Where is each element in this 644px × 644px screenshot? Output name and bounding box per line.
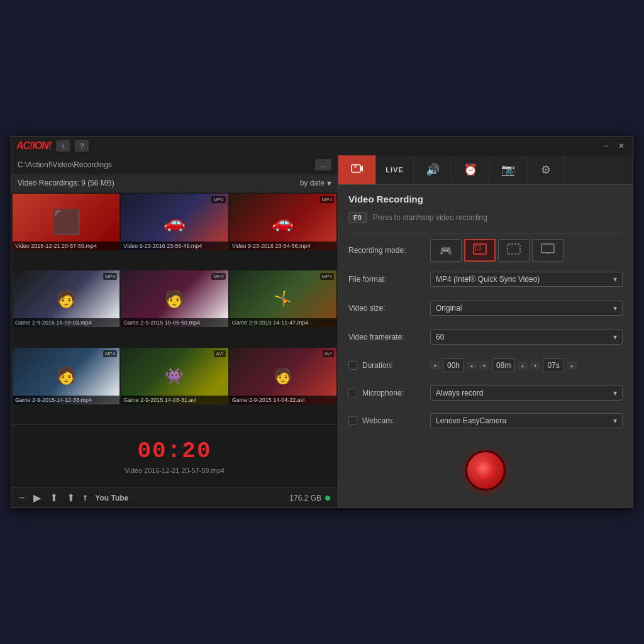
list-item[interactable]: 🧑 AVI Game 2-9-2015 14-04-22.avi [230,348,336,404]
right-panel: LIVE 🔊 ⏰ 📷 ⚙ Video Recording [338,155,633,508]
tab-video[interactable] [338,155,376,184]
video-size-value: Original [436,304,462,313]
video-thumb-icon: ⬛ [52,208,81,236]
duration-control: ▾ 00h ▴ ▾ 08m ▴ [430,358,577,372]
microphone-dropdown[interactable]: Always record ▾ [430,386,623,401]
minus-button[interactable]: − [19,492,25,504]
webcam-checkbox[interactable] [348,416,357,425]
recording-mode-control: 🎮 [430,239,623,262]
video-framerate-value: 60 [436,333,444,341]
gamepad-icon: 🎮 [440,245,452,257]
minutes-up-button[interactable]: ▴ [518,362,528,369]
hours-up-button[interactable]: ▴ [467,362,477,369]
webcam-row: Webcam: Lenovo EasyCamera ▾ [348,410,623,431]
seconds-arrows: ▾ [530,362,540,369]
video-size-dropdown[interactable]: Original ▾ [430,301,623,316]
list-item[interactable]: 🧑 MP4 Game 2-9-2015 15-05-50.mp4 [121,270,228,327]
list-item[interactable]: 🧑 MP4 Game 2-9-2015-14-12-33.mp4 [13,348,119,404]
path-menu-button[interactable]: ... [315,159,331,170]
thumb-label: Game 2-9-2015 14-04-22.avi [230,396,336,404]
thumb-label: Game 2-9-2015 14-08-31.avi [121,396,228,404]
sort-control[interactable]: by date ▾ [300,178,331,188]
tab-settings[interactable]: ⚙ [527,155,565,184]
play-button[interactable]: ▶ [33,492,41,504]
file-format-control: MP4 (Intel® Quick Sync Video) ▾ [430,272,623,287]
video-thumb-icon: 👾 [165,367,184,385]
thumb-label: Game 2-9-2015 15-05-50.mp4 [121,318,228,327]
thumb-badge: AVI [214,350,225,357]
recordings-path: C:\Action!\Video\Recordings [18,160,310,169]
minimize-button[interactable]: − [600,140,613,152]
record-button-area [348,438,623,503]
facebook-button[interactable]: f [84,494,86,502]
storage-indicator-icon [325,496,330,501]
duration-label: Duration: [362,361,430,370]
thumb-badge: MP4 [320,273,334,280]
seconds-down-button[interactable]: ▾ [530,362,540,369]
hotkey-desc: Press to start/stop video recording [373,213,487,222]
list-item[interactable]: 🚗 MP4 Video 9-23-2016 23-56-49.mp4 [121,194,228,250]
duration-row: Duration: ▾ 00h ▴ ▾ [348,355,623,376]
list-item[interactable]: 👾 AVI Game 2-9-2015 14-08-31.avi [121,348,228,404]
tab-live[interactable]: LIVE [376,155,414,184]
upload-button[interactable]: ⬆ [50,492,58,504]
footer-actions: − ▶ ⬆ ⬆ f You Tube [19,492,128,504]
section-title: Video Recording [348,194,623,204]
duration-checkbox[interactable] [348,361,357,370]
video-thumb-icon: 🤸 [274,291,291,307]
close-button[interactable]: ✕ [615,140,628,152]
microphone-row: Microphone: Always record ▾ [348,382,623,404]
minutes-up-arrows: ▴ [518,362,528,369]
duration-hours: 00h [443,358,464,372]
tab-audio[interactable]: 🔊 [414,155,452,184]
dropdown-arrow-icon: ▾ [613,275,617,284]
duration-seconds: 07s [543,358,564,372]
thumb-label: Game 2-9-2015 15-09-03.mp4 [13,318,119,327]
hours-arrows: ▾ [430,362,440,369]
main-content: C:\Action!\Video\Recordings ... Video Re… [11,155,633,508]
screen-icon [473,243,487,257]
right-content: Video Recording F9 Press to start/stop v… [338,185,633,512]
hotkey-row: F9 Press to start/stop video recording [348,212,623,223]
record-button[interactable] [465,450,506,491]
minutes-down-button[interactable]: ▾ [479,362,489,369]
mode-region-button[interactable] [498,239,530,262]
microphone-checkbox[interactable] [348,389,357,397]
youtube-button[interactable]: You Tube [95,494,128,502]
list-item[interactable]: ⬛ Video 2016-12-21 20-57-59.mp4 [13,194,119,250]
webcam-label: Webcam: [362,416,430,425]
thumb-label: Video 9-23-2016 23-56-49.mp4 [121,242,228,250]
list-item[interactable]: 🧑 MP4 Game 2-9-2015 15-09-03.mp4 [13,270,119,327]
help-button[interactable]: ? [75,140,89,152]
mode-screen-button[interactable] [464,239,496,262]
thumbnails-grid: ⬛ Video 2016-12-21 20-57-59.mp4 🚗 MP4 Vi… [11,192,338,425]
video-framerate-dropdown[interactable]: 60 ▾ [430,330,623,345]
webcam-control: Lenovo EasyCamera ▾ [430,413,623,428]
tab-screenshot[interactable]: 📷 [489,155,527,184]
recording-mode-row: Recording mode: 🎮 [348,239,623,262]
video-thumb-icon: 🧑 [274,367,292,385]
seconds-up-button[interactable]: ▴ [567,362,577,369]
list-item[interactable]: 🚗 MP4 Video 9-23-2016 23-54-56.mp4 [230,194,336,250]
video-framerate-label: Video framerate: [348,333,430,341]
thumb-badge: MP4 [211,273,225,280]
file-format-row: File format: MP4 (Intel® Quick Sync Vide… [348,268,623,291]
list-item[interactable]: 🤸 MP4 Game 2-9-2015 14-11-47.mp4 [230,270,336,327]
video-size-row: Video size: Original ▾ [348,297,623,319]
webcam-dropdown[interactable]: Lenovo EasyCamera ▾ [430,413,623,428]
hours-down-button[interactable]: ▾ [430,362,440,369]
svg-rect-6 [541,244,554,253]
info-button[interactable]: i [56,140,70,152]
tab-schedule[interactable]: ⏰ [452,155,489,184]
file-format-dropdown[interactable]: MP4 (Intel® Quick Sync Video) ▾ [430,272,623,287]
thumb-label: Game 2-9-2015 14-11-47.mp4 [230,318,336,327]
thumb-badge: MP4 [320,196,334,203]
mode-gamepad-button[interactable]: 🎮 [430,239,462,262]
video-size-control: Original ▾ [430,301,623,316]
storage-amount: 176.2 GB [289,494,321,502]
mode-desktop-button[interactable] [532,239,564,262]
dropdown-arrow-icon: ▾ [613,333,617,341]
export-button[interactable]: ⬆ [67,492,75,504]
app-window: AC!ION! i ? − ✕ C:\Action!\Video\Recordi… [11,136,633,508]
thumb-label: Video 2016-12-21 20-57-59.mp4 [13,242,119,250]
